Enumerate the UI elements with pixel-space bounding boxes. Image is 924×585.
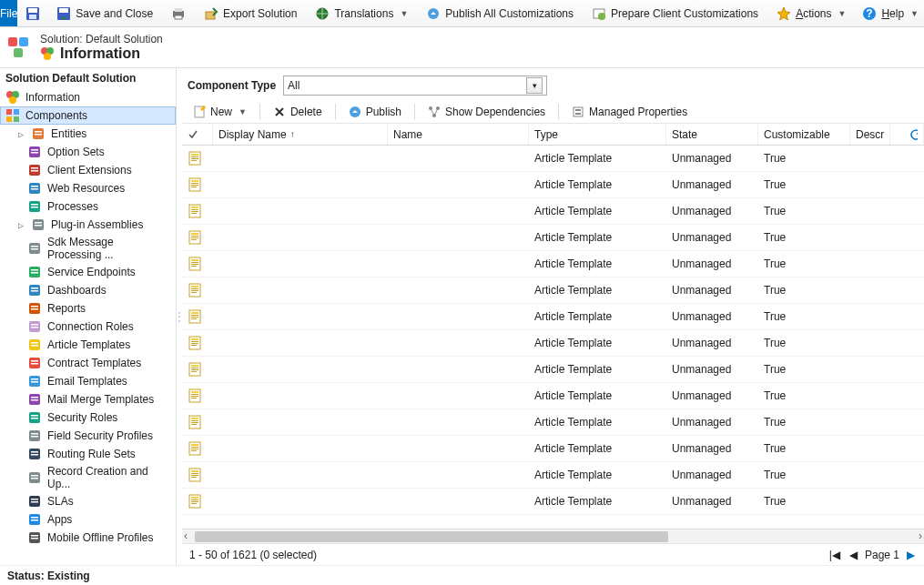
nav-item-option-sets[interactable]: Option Sets: [0, 143, 176, 161]
svg-rect-111: [191, 185, 198, 186]
refresh-button[interactable]: [904, 124, 924, 145]
nav-item-mail-merge-templates[interactable]: Mail Merge Templates: [0, 390, 176, 408]
col-name[interactable]: Name: [388, 124, 529, 145]
svg-rect-132: [191, 292, 197, 293]
save-icon-btn[interactable]: [17, 0, 48, 26]
nav-child-icon: [27, 181, 42, 196]
grid-body[interactable]: Article TemplateUnmanagedTrueArticle Tem…: [182, 146, 924, 529]
nav-item-field-security-profiles[interactable]: Field Security Profiles: [0, 427, 176, 445]
svg-rect-107: [191, 160, 197, 161]
table-row[interactable]: Article TemplateUnmanagedTrue: [182, 277, 924, 304]
info-icon: [5, 90, 20, 105]
actions-btn[interactable]: Actions▼: [768, 0, 854, 26]
col-description[interactable]: Descr: [850, 124, 890, 145]
nav-item-apps[interactable]: Apps: [0, 510, 176, 529]
translations-btn[interactable]: Translations▼: [307, 0, 416, 26]
svg-rect-72: [31, 397, 38, 398]
nav-item-sdk-message-processing[interactable]: Sdk Message Processing ...: [0, 234, 176, 263]
svg-rect-49: [31, 248, 38, 250]
col-display-name[interactable]: Display Name↑: [213, 124, 388, 145]
dropdown-button[interactable]: ▾: [526, 77, 543, 94]
table-row[interactable]: Article TemplateUnmanagedTrue: [182, 409, 924, 436]
svg-rect-149: [191, 391, 198, 393]
pager: 1 - 50 of 1621 (0 selected) |◀ ◀ Page 1 …: [182, 543, 924, 565]
nav-item-components[interactable]: Components: [0, 106, 176, 125]
pager-first[interactable]: |◀: [828, 549, 842, 561]
prepare-client-btn[interactable]: Prepare Client Customizations: [584, 0, 767, 26]
table-row[interactable]: Article TemplateUnmanagedTrue: [182, 304, 924, 330]
nav-item-web-resources[interactable]: Web Resources: [0, 179, 176, 197]
col-select-all[interactable]: [182, 124, 213, 145]
solution-header-line1: Solution: Default Solution: [40, 33, 163, 45]
svg-rect-115: [191, 209, 198, 210]
new-button[interactable]: New▼: [188, 103, 252, 121]
table-row[interactable]: Article TemplateUnmanagedTrue: [182, 172, 924, 198]
nav-item-entities[interactable]: ▷Entities: [0, 125, 176, 143]
nav-item-record-creation-and-up[interactable]: Record Creation and Up...: [0, 463, 176, 492]
svg-rect-61: [31, 327, 38, 328]
svg-rect-104: [191, 154, 198, 156]
article-template-icon: [188, 177, 202, 192]
svg-rect-135: [191, 315, 198, 316]
horizontal-scrollbar[interactable]: ‹ ›: [182, 529, 924, 543]
nav-item-article-templates[interactable]: Article Templates: [0, 336, 176, 354]
table-row[interactable]: Article TemplateUnmanagedTrue: [182, 436, 924, 462]
nav-child-icon: [27, 530, 42, 545]
managed-properties-button[interactable]: Managed Properties: [566, 103, 693, 121]
table-row[interactable]: Article TemplateUnmanagedTrue: [182, 383, 924, 409]
file-tab[interactable]: File: [0, 0, 17, 26]
svg-rect-39: [31, 186, 38, 187]
nav-item-slas[interactable]: SLAs: [0, 492, 176, 510]
nav-item-security-roles[interactable]: Security Roles: [0, 408, 176, 427]
nav-item-information[interactable]: Information: [0, 88, 176, 106]
col-customizable[interactable]: Customizable: [758, 124, 850, 145]
nav-item-plug-in-assemblies[interactable]: ▷Plug-in Assemblies: [0, 216, 176, 234]
nav-child-icon: [31, 217, 46, 232]
svg-rect-94: [31, 538, 38, 540]
table-row[interactable]: Article TemplateUnmanagedTrue: [182, 330, 924, 357]
nav-item-processes[interactable]: Processes: [0, 197, 176, 216]
svg-rect-109: [191, 180, 198, 182]
save-icon: [25, 6, 40, 21]
delete-button[interactable]: Delete: [268, 103, 328, 121]
svg-rect-159: [191, 444, 198, 446]
help-btn[interactable]: ?Help▼: [854, 0, 924, 26]
nav-item-mobile-offline-profiles[interactable]: Mobile Offline Profiles: [0, 529, 176, 547]
nav-item-contract-templates[interactable]: Contract Templates: [0, 354, 176, 372]
pager-next[interactable]: ▶: [905, 549, 917, 561]
table-row[interactable]: Article TemplateUnmanagedTrue: [182, 198, 924, 225]
pager-prev[interactable]: ◀: [848, 549, 859, 561]
table-row[interactable]: Article TemplateUnmanagedTrue: [182, 251, 924, 277]
svg-rect-43: [31, 207, 38, 208]
col-type[interactable]: Type: [529, 124, 666, 145]
table-row[interactable]: Article TemplateUnmanagedTrue: [182, 357, 924, 383]
nav-item-service-endpoints[interactable]: Service Endpoints: [0, 263, 176, 281]
nav-item-client-extensions[interactable]: Client Extensions: [0, 161, 176, 179]
publish-button[interactable]: Publish: [343, 103, 407, 121]
svg-rect-46: [35, 225, 42, 227]
component-type-select[interactable]: All ▾: [283, 76, 547, 96]
svg-rect-156: [191, 422, 198, 423]
star-icon: [777, 6, 791, 21]
svg-rect-30: [35, 131, 42, 133]
col-state[interactable]: State: [666, 124, 758, 145]
svg-point-13: [598, 13, 605, 20]
table-row[interactable]: Article TemplateUnmanagedTrue: [182, 146, 924, 172]
export-solution-btn[interactable]: Export Solution: [196, 0, 305, 26]
table-row[interactable]: Article TemplateUnmanagedTrue: [182, 489, 924, 515]
table-row[interactable]: Article TemplateUnmanagedTrue: [182, 225, 924, 251]
nav-item-dashboards[interactable]: Dashboards: [0, 281, 176, 299]
nav-item-connection-roles[interactable]: Connection Roles: [0, 318, 176, 336]
table-row[interactable]: Article TemplateUnmanagedTrue: [182, 462, 924, 489]
publish-all-btn[interactable]: Publish All Customizations: [418, 0, 582, 26]
svg-rect-127: [191, 266, 197, 267]
nav-item-reports[interactable]: Reports: [0, 299, 176, 318]
print-icon-btn[interactable]: [163, 0, 194, 26]
svg-rect-151: [191, 396, 198, 397]
nav-item-email-templates[interactable]: Email Templates: [0, 372, 176, 390]
svg-rect-54: [31, 287, 38, 289]
save-and-close-btn[interactable]: Save and Close: [48, 0, 161, 26]
svg-rect-125: [191, 262, 198, 263]
nav-item-routing-rule-sets[interactable]: Routing Rule Sets: [0, 445, 176, 463]
show-dependencies-button[interactable]: Show Dependencies: [422, 103, 551, 121]
